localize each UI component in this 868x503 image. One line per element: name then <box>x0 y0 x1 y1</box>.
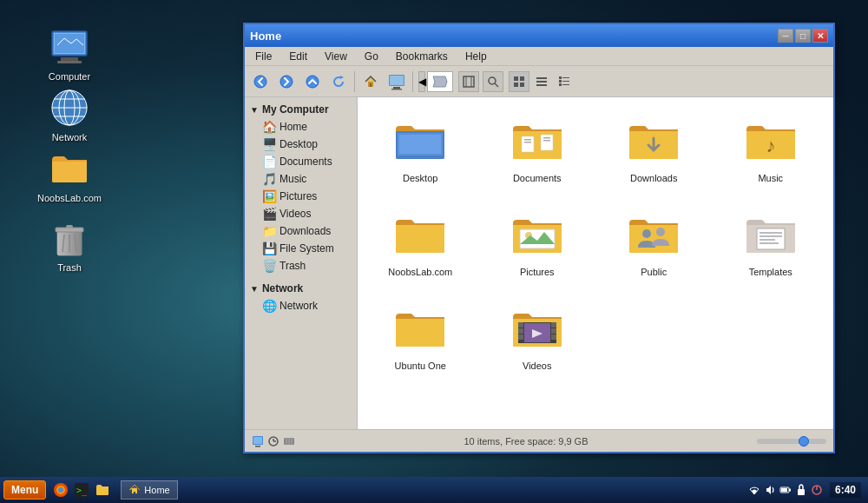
file-item-documents[interactable]: Documents <box>483 106 592 191</box>
breadcrumb-toggle[interactable]: ◀ <box>418 71 425 92</box>
computer-button[interactable] <box>385 69 409 94</box>
svg-text:♪: ♪ <box>766 135 775 156</box>
file-item-public[interactable]: Public <box>600 200 708 285</box>
up-icon <box>306 75 319 89</box>
svg-rect-26 <box>393 87 400 89</box>
sidebar-item-music[interactable]: 🎵 Music <box>245 170 357 188</box>
list-view-icon <box>536 76 548 88</box>
taskbar-firefox-icon[interactable] <box>51 480 70 500</box>
sidebar-item-network-label: Network <box>279 300 318 312</box>
svg-rect-61 <box>760 232 782 234</box>
taskbar-clock[interactable]: 6:40 <box>830 482 861 498</box>
pictures-folder-icon <box>510 208 565 263</box>
taskbar-terminal-icon[interactable]: >_ <box>72 480 91 500</box>
sidebar-item-network[interactable]: 🌐 Network <box>245 297 357 314</box>
svg-line-33 <box>495 83 498 87</box>
downloads-sidebar-icon: 📁 <box>262 224 276 238</box>
sidebar-item-downloads[interactable]: 📁 Downloads <box>245 222 357 240</box>
pictures-sidebar-icon: 🖼️ <box>262 189 276 203</box>
svg-rect-39 <box>536 81 547 83</box>
search-button[interactable] <box>483 71 503 92</box>
menu-edit[interactable]: Edit <box>282 49 314 64</box>
toolbar-separator-1 <box>354 71 355 92</box>
svg-rect-41 <box>559 76 562 79</box>
desktop-icon-trash[interactable]: Trash <box>35 217 104 273</box>
desktop-icon-computer[interactable]: Computer <box>35 26 104 82</box>
svg-point-19 <box>254 76 266 88</box>
sidebar-item-documents[interactable]: 📄 Documents <box>245 153 357 170</box>
list-view-button[interactable] <box>531 71 552 92</box>
file-item-pictures[interactable]: Pictures <box>483 200 592 285</box>
menu-file[interactable]: File <box>248 49 279 64</box>
svg-rect-62 <box>760 235 782 237</box>
taskbar-menu-button[interactable]: Menu <box>3 480 46 500</box>
file-item-templates[interactable]: Templates <box>717 200 825 285</box>
desktop-icon-trash-label: Trash <box>57 262 82 273</box>
sidebar: ▼ My Computer 🏠 Home 🖥️ Desktop 📄 Docume… <box>245 97 358 429</box>
sidebar-item-home[interactable]: 🏠 Home <box>245 118 357 136</box>
minimize-button[interactable]: ─ <box>778 29 793 43</box>
zoom-slider[interactable] <box>757 439 826 444</box>
desktop-icon-noobslab[interactable]: NoobsLab.com <box>35 148 104 203</box>
file-item-videos[interactable]: Videos <box>483 294 592 379</box>
file-item-downloads[interactable]: Downloads <box>600 106 708 191</box>
svg-rect-63 <box>760 239 775 241</box>
volume-tray-icon[interactable] <box>764 484 776 496</box>
svg-rect-43 <box>559 83 562 86</box>
zoom-thumb[interactable] <box>799 436 809 447</box>
battery-tray-icon[interactable] <box>779 484 792 496</box>
grid-view-button[interactable] <box>509 71 529 92</box>
taskbar-files-icon[interactable] <box>93 480 112 500</box>
sidebar-item-home-label: Home <box>279 121 307 133</box>
svg-rect-69 <box>551 322 556 328</box>
menu-view[interactable]: View <box>318 49 354 64</box>
sidebar-item-videos[interactable]: 🎬 Videos <box>245 205 357 222</box>
file-item-music[interactable]: ♪ Music <box>717 106 825 191</box>
menu-bookmarks[interactable]: Bookmarks <box>389 49 455 64</box>
sidebar-section-network[interactable]: ▼ Network <box>245 280 357 297</box>
sidebar-section-my-computer[interactable]: ▼ My Computer <box>245 101 357 118</box>
reload-button[interactable] <box>326 69 351 94</box>
home-button[interactable] <box>358 69 383 94</box>
back-button[interactable] <box>248 69 273 94</box>
sidebar-item-pictures[interactable]: 🖼️ Pictures <box>245 188 357 205</box>
file-item-ubuntu-one[interactable]: Ubuntu One <box>366 294 475 379</box>
trash-sidebar-icon: 🗑️ <box>262 259 276 273</box>
my-computer-label: My Computer <box>262 103 329 116</box>
music-folder-icon: ♪ <box>743 114 799 169</box>
file-item-desktop[interactable]: Desktop <box>366 106 475 191</box>
svg-rect-40 <box>536 84 547 86</box>
svg-rect-70 <box>551 328 556 334</box>
home-sidebar-icon: 🏠 <box>262 120 276 134</box>
lock-tray-icon[interactable] <box>795 484 807 496</box>
file-item-templates-label: Templates <box>749 267 792 277</box>
sidebar-item-desktop[interactable]: 🖥️ Desktop <box>245 136 357 153</box>
power-tray-icon[interactable] <box>811 484 823 496</box>
desktop-icon-network[interactable]: Network <box>35 87 104 142</box>
file-item-noobslab[interactable]: NoobsLab.com <box>366 200 475 285</box>
sidebar-item-desktop-label: Desktop <box>279 138 318 150</box>
menu-help[interactable]: Help <box>458 49 494 64</box>
menu-go[interactable]: Go <box>358 49 385 64</box>
up-button[interactable] <box>300 69 325 94</box>
sidebar-item-trash[interactable]: 🗑️ Trash <box>245 257 357 275</box>
zoom-fit-button[interactable] <box>458 71 479 92</box>
taskbar-home-label: Home <box>144 485 169 495</box>
forward-button[interactable] <box>274 69 299 94</box>
compact-view-button[interactable] <box>554 71 575 92</box>
svg-rect-2 <box>61 57 78 61</box>
taskbar: Menu >_ Home <box>0 477 868 503</box>
file-item-desktop-label: Desktop <box>403 173 437 183</box>
location-bar[interactable] <box>427 71 453 92</box>
file-item-ubuntu-one-label: Ubuntu One <box>395 361 446 371</box>
maximize-button[interactable]: □ <box>795 29 811 43</box>
close-button[interactable]: ✕ <box>812 29 828 43</box>
svg-rect-29 <box>464 76 474 87</box>
file-item-videos-label: Videos <box>523 361 551 371</box>
sidebar-item-filesystem[interactable]: 💾 File System <box>245 240 357 257</box>
network-tray-icon[interactable] <box>748 484 760 496</box>
desktop-icon-noobslab-label: NoobsLab.com <box>37 193 102 203</box>
taskbar-home-app[interactable]: Home <box>121 480 177 500</box>
svg-point-59 <box>656 228 665 236</box>
file-item-noobslab-label: NoobsLab.com <box>388 267 452 277</box>
